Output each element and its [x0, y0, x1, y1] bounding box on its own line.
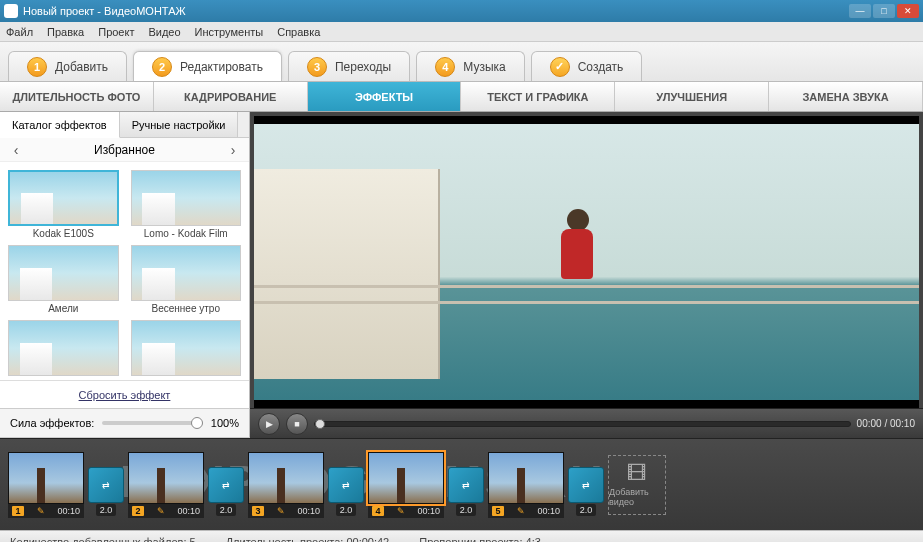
minimize-button[interactable]: —: [849, 4, 871, 18]
step-tabs: 1Добавить 2Редактировать 3Переходы 4Музы…: [0, 42, 923, 82]
subtab-audio[interactable]: ЗАМЕНА ЗВУКА: [769, 82, 923, 111]
transition[interactable]: ⇄2.0: [208, 467, 244, 503]
transition[interactable]: ⇄2.0: [328, 467, 364, 503]
preview-image[interactable]: [254, 116, 919, 408]
window-title: Новый проект - ВидеоМОНТАЖ: [23, 5, 849, 17]
effects-panel: Каталог эффектов Ручные настройки ‹ Избр…: [0, 112, 250, 408]
status-files-label: Количество добавленных файлов:: [10, 536, 186, 543]
category-next[interactable]: ›: [225, 142, 241, 158]
sub-tabs: ДЛИТЕЛЬНОСТЬ ФОТО КАДРИРОВАНИЕ ЭФФЕКТЫ Т…: [0, 82, 923, 112]
status-duration-label: Длительность проекта:: [226, 536, 344, 543]
stop-button[interactable]: ■: [286, 413, 308, 435]
titlebar: Новый проект - ВидеоМОНТАЖ — □ ✕: [0, 0, 923, 22]
maximize-button[interactable]: □: [873, 4, 895, 18]
status-duration-value: 00:00:42: [346, 536, 389, 543]
menu-help[interactable]: Справка: [277, 26, 320, 38]
status-ratio-value: 4:3: [526, 536, 541, 543]
menu-project[interactable]: Проект: [98, 26, 134, 38]
strength-row: Сила эффектов: 100%: [0, 408, 250, 438]
transition[interactable]: ⇄2.0: [448, 467, 484, 503]
menu-tools[interactable]: Инструменты: [195, 26, 264, 38]
subtab-enhance[interactable]: УЛУЧШЕНИЯ: [615, 82, 769, 111]
step-edit[interactable]: 2Редактировать: [133, 51, 282, 81]
effect-item[interactable]: Lomo - Kodak Film: [131, 170, 242, 239]
timeline-clip[interactable]: 1✎00:10: [8, 452, 84, 518]
playback-bar: ▶ ■ 00:00 / 00:10: [250, 408, 923, 438]
effect-item[interactable]: [131, 320, 242, 380]
time-label: 00:00 / 00:10: [857, 418, 915, 429]
close-button[interactable]: ✕: [897, 4, 919, 18]
strength-slider[interactable]: [102, 421, 202, 425]
menu-edit[interactable]: Правка: [47, 26, 84, 38]
strength-label: Сила эффектов:: [10, 417, 94, 429]
effect-item[interactable]: Kodak E100S: [8, 170, 119, 239]
transition[interactable]: ⇄2.0: [568, 467, 604, 503]
step-music[interactable]: 4Музыка: [416, 51, 524, 81]
menu-video[interactable]: Видео: [148, 26, 180, 38]
menubar: Файл Правка Проект Видео Инструменты Спр…: [0, 22, 923, 42]
preview-area: [250, 112, 923, 408]
transition[interactable]: ⇄2.0: [88, 467, 124, 503]
effect-item[interactable]: [8, 320, 119, 380]
add-video-button[interactable]: 🎞Добавить видео: [608, 455, 666, 515]
reset-effect-link[interactable]: Сбросить эффект: [0, 380, 249, 408]
play-button[interactable]: ▶: [258, 413, 280, 435]
status-files-value: 5: [190, 536, 196, 543]
step-transitions[interactable]: 3Переходы: [288, 51, 410, 81]
effect-item[interactable]: Весеннее утро: [131, 245, 242, 314]
timeline-clip[interactable]: 4✎00:10: [368, 452, 444, 518]
timeline[interactable]: BOXPROGRAMS.RU 1✎00:10 ⇄2.0 2✎00:10 ⇄2.0…: [0, 438, 923, 530]
tab-manual[interactable]: Ручные настройки: [120, 112, 239, 137]
status-bar: Количество добавленных файлов: 5 Длитель…: [0, 530, 923, 542]
tab-catalog[interactable]: Каталог эффектов: [0, 112, 120, 138]
step-add[interactable]: 1Добавить: [8, 51, 127, 81]
strength-value: 100%: [211, 417, 239, 429]
step-create[interactable]: ✓Создать: [531, 51, 643, 81]
timeline-clip[interactable]: 5✎00:10: [488, 452, 564, 518]
subtab-text[interactable]: ТЕКСТ И ГРАФИКА: [461, 82, 615, 111]
seek-slider[interactable]: [314, 421, 851, 427]
effect-item[interactable]: Амели: [8, 245, 119, 314]
category-name: Избранное: [94, 143, 155, 157]
timeline-clip[interactable]: 3✎00:10: [248, 452, 324, 518]
menu-file[interactable]: Файл: [6, 26, 33, 38]
film-icon: 🎞: [627, 462, 647, 485]
subtab-duration[interactable]: ДЛИТЕЛЬНОСТЬ ФОТО: [0, 82, 154, 111]
timeline-clip[interactable]: 2✎00:10: [128, 452, 204, 518]
app-icon: [4, 4, 18, 18]
subtab-crop[interactable]: КАДРИРОВАНИЕ: [154, 82, 308, 111]
category-prev[interactable]: ‹: [8, 142, 24, 158]
subtab-effects[interactable]: ЭФФЕКТЫ: [308, 82, 462, 111]
status-ratio-label: Пропорции проекта:: [419, 536, 522, 543]
